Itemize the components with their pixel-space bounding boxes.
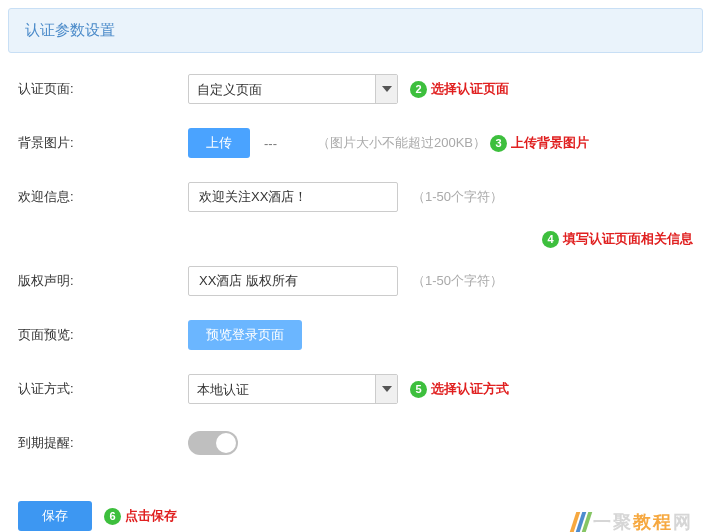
auth-method-select[interactable]: 本地认证: [188, 374, 398, 404]
annotation-5: 选择认证方式: [431, 380, 509, 398]
row-bg-image: 背景图片: 上传 --- （图片大小不能超过200KB） 3 上传背景图片: [18, 127, 693, 159]
auth-page-select[interactable]: 自定义页面: [188, 74, 398, 104]
welcome-input[interactable]: [188, 182, 398, 212]
label-preview: 页面预览:: [18, 326, 188, 344]
welcome-hint: （1-50个字符）: [412, 188, 503, 206]
step-badge-4: 4: [542, 231, 559, 248]
label-expire: 到期提醒:: [18, 434, 188, 452]
step-badge-6: 6: [104, 508, 121, 525]
watermark: 一聚教程网: [573, 510, 693, 532]
auth-page-select-input[interactable]: 自定义页面: [188, 74, 398, 104]
watermark-text: 一聚教程网: [593, 510, 693, 532]
copyright-hint: （1-50个字符）: [412, 272, 503, 290]
upload-hint: （图片大小不能超过200KB）: [317, 134, 486, 152]
upload-filename: ---: [264, 136, 277, 151]
save-button[interactable]: 保存: [18, 501, 92, 531]
step-badge-3: 3: [490, 135, 507, 152]
expire-toggle[interactable]: [188, 431, 238, 455]
annotation-4: 填写认证页面相关信息: [563, 230, 693, 248]
upload-button[interactable]: 上传: [188, 128, 250, 158]
row-copyright: 版权声明: （1-50个字符）: [18, 265, 693, 297]
toggle-knob: [216, 433, 236, 453]
annotation-3: 上传背景图片: [511, 134, 589, 152]
auth-method-select-input[interactable]: 本地认证: [188, 374, 398, 404]
panel-header: 认证参数设置: [8, 8, 703, 53]
watermark-bars-icon: [570, 512, 592, 532]
row-expire: 到期提醒:: [18, 427, 693, 459]
preview-button[interactable]: 预览登录页面: [188, 320, 302, 350]
row-auth-method: 认证方式: 本地认证 5 选择认证方式: [18, 373, 693, 405]
row-annotation-4: 4 填写认证页面相关信息: [18, 223, 693, 255]
panel-title: 认证参数设置: [25, 21, 115, 38]
row-welcome: 欢迎信息: （1-50个字符）: [18, 181, 693, 213]
label-welcome: 欢迎信息:: [18, 188, 188, 206]
label-copyright: 版权声明:: [18, 272, 188, 290]
row-auth-page: 认证页面: 自定义页面 2 选择认证页面: [18, 73, 693, 105]
step-badge-5: 5: [410, 381, 427, 398]
label-auth-method: 认证方式:: [18, 380, 188, 398]
annotation-6: 点击保存: [125, 507, 177, 525]
step-badge-2: 2: [410, 81, 427, 98]
row-preview: 页面预览: 预览登录页面: [18, 319, 693, 351]
copyright-input[interactable]: [188, 266, 398, 296]
annotation-2: 选择认证页面: [431, 80, 509, 98]
label-auth-page: 认证页面:: [18, 80, 188, 98]
label-bg-image: 背景图片:: [18, 134, 188, 152]
